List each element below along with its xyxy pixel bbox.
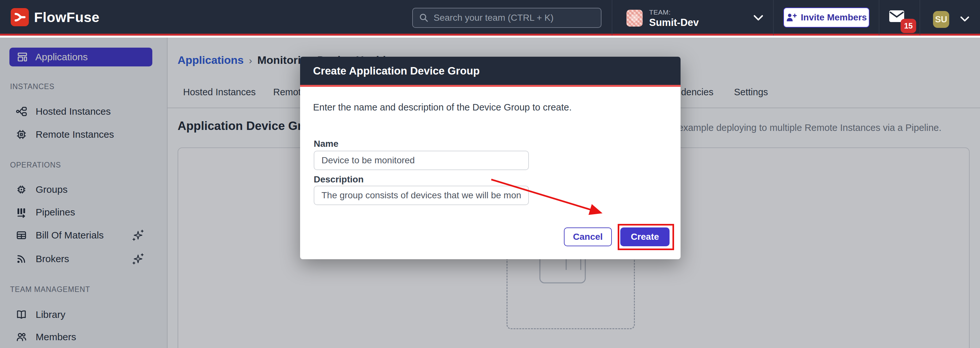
modal-header: Create Application Device Group [300, 57, 681, 85]
sidebar-item-members[interactable]: Members [16, 330, 155, 344]
sidebar-item-applications[interactable]: Applications [10, 48, 152, 67]
sidebar-item-brokers[interactable]: Brokers [16, 252, 155, 266]
notification-count-badge: 15 [900, 19, 916, 33]
page-description: example deploying to multiple Remote Ins… [678, 122, 942, 133]
members-icon [16, 331, 27, 343]
modal-accent-line [300, 85, 681, 87]
sidebar-section-team-management: TEAM MANAGEMENT [10, 285, 90, 294]
sidebar-item-library[interactable]: Library [16, 308, 155, 322]
sidebar-item-hosted-instances[interactable]: Hosted Instances [16, 104, 155, 119]
chevron-down-icon [754, 15, 763, 21]
bill-of-materials-icon [16, 229, 27, 241]
sidebar-item-pipelines[interactable]: Pipelines [16, 205, 155, 219]
description-field[interactable] [314, 186, 529, 205]
sidebar-item-label: Bill Of Materials [36, 230, 104, 241]
sidebar-item-bill-of-materials[interactable]: Bill Of Materials [16, 228, 155, 242]
modal-title: Create Application Device Group [313, 65, 480, 77]
navbar-divider [879, 0, 879, 36]
sidebar: Applications INSTANCES Hosted Instances … [0, 38, 167, 348]
team-selector[interactable]: TEAM: Sumit-Dev [627, 0, 769, 36]
person-plus-icon [786, 13, 797, 22]
pipelines-icon [16, 207, 27, 218]
top-navbar: FlowFuse TEAM: Sumit-Dev Invite Members [0, 0, 980, 36]
sparkles-icon [132, 253, 144, 265]
sidebar-item-groups[interactable]: Groups [16, 183, 155, 197]
search-icon [419, 13, 429, 23]
tab-hosted-instances[interactable]: Hosted Instances [183, 87, 256, 97]
chevron-down-icon [960, 16, 969, 22]
sidebar-item-label: Members [36, 332, 76, 343]
sidebar-section-operations: OPERATIONS [10, 161, 61, 170]
sidebar-item-label: Brokers [36, 253, 69, 264]
flowfuse-logo[interactable]: FlowFuse [11, 8, 100, 26]
flowfuse-logo-icon [11, 8, 29, 26]
hosted-instances-icon [16, 106, 27, 117]
cancel-button[interactable]: Cancel [564, 227, 612, 246]
page-body: Applications INSTANCES Hosted Instances … [0, 38, 980, 348]
tab-settings[interactable]: Settings [734, 87, 768, 97]
notifications-button[interactable]: 15 [889, 10, 918, 34]
create-button[interactable]: Create [620, 227, 670, 246]
modal-intro-text: Enter the name and description of the De… [313, 102, 572, 113]
name-field[interactable] [314, 151, 529, 170]
breadcrumb-applications-link[interactable]: Applications [178, 54, 244, 67]
sidebar-item-label: Library [36, 309, 65, 320]
sidebar-item-label: Hosted Instances [36, 106, 111, 117]
breadcrumb-separator: › [249, 55, 252, 66]
search-input[interactable] [434, 13, 595, 23]
invite-members-button[interactable]: Invite Members [783, 8, 870, 27]
brokers-icon [16, 253, 27, 265]
sidebar-item-label: Remote Instances [36, 129, 114, 140]
sparkles-icon [132, 229, 144, 241]
team-label: TEAM: [649, 8, 671, 16]
sidebar-item-remote-instances[interactable]: Remote Instances [16, 127, 155, 141]
team-avatar [627, 10, 643, 27]
team-search[interactable] [412, 8, 601, 28]
sidebar-item-label: Groups [36, 184, 67, 195]
navbar-divider [612, 0, 612, 36]
sidebar-item-label: Pipelines [36, 207, 75, 218]
remote-instances-icon [16, 129, 27, 140]
sidebar-item-label: Applications [35, 51, 88, 62]
user-menu[interactable]: SU [933, 10, 975, 29]
library-icon [16, 309, 27, 321]
groups-icon [16, 184, 27, 195]
create-device-group-modal: Create Application Device Group Enter th… [300, 57, 681, 259]
applications-icon [16, 51, 28, 63]
logo-text: FlowFuse [34, 10, 100, 25]
sidebar-section-instances: INSTANCES [10, 82, 54, 91]
team-name: Sumit-Dev [649, 17, 699, 29]
avatar: SU [933, 11, 949, 28]
invite-members-label: Invite Members [801, 12, 867, 23]
name-label: Name [314, 139, 338, 149]
description-label: Description [314, 174, 364, 185]
